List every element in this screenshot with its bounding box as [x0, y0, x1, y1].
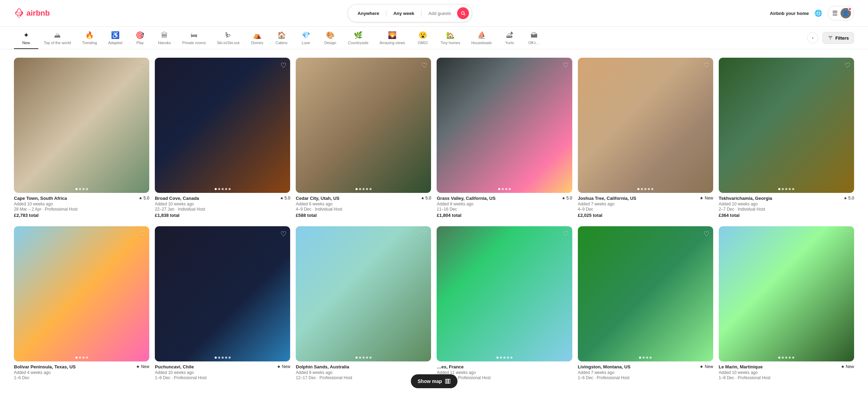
- listing-info: …es, France Added 11 weeks ago 5–10 Mar …: [437, 361, 572, 380]
- category-item-omg[interactable]: 😮 OMG!: [411, 27, 435, 49]
- wishlist-button[interactable]: ♡: [280, 61, 287, 70]
- listing-card[interactable]: ♡ Grass Valley, California, US ★ 5.0 Add…: [437, 58, 572, 218]
- category-item-off[interactable]: 🏔 Off-t…: [522, 27, 546, 49]
- listing-dates: 4–9 Dec: [578, 207, 713, 212]
- listing-image[interactable]: ♡: [437, 58, 572, 193]
- category-item-new[interactable]: ✦ New: [14, 27, 38, 49]
- wishlist-button[interactable]: ♡: [703, 61, 710, 70]
- listing-image[interactable]: ♡: [155, 58, 290, 193]
- dot: [218, 188, 220, 190]
- listing-image[interactable]: ♡: [14, 58, 149, 193]
- listing-photo: [437, 58, 572, 193]
- wishlist-button[interactable]: ♡: [844, 230, 851, 238]
- listing-grid-row2: ♡ Bolivar Peninsula, Texas, US ★ New Add…: [14, 226, 854, 380]
- show-map-button[interactable]: Show map: [411, 374, 457, 388]
- category-item-private-rooms[interactable]: 🛏 Private rooms: [177, 27, 212, 49]
- listing-image[interactable]: ♡: [578, 226, 713, 361]
- globe-icon[interactable]: 🌐: [814, 9, 822, 17]
- listing-location: Tskhvarichamia, Georgia: [719, 196, 844, 201]
- wishlist-button[interactable]: ♡: [563, 61, 569, 70]
- category-item-houseboats[interactable]: ⛵ Houseboats: [466, 27, 497, 49]
- wishlist-button[interactable]: ♡: [703, 230, 710, 238]
- dot: [86, 357, 88, 359]
- search-bar[interactable]: Anywhere | Any week | Add guests: [348, 4, 472, 22]
- dot: [363, 357, 365, 359]
- category-item-design[interactable]: 🎨 Design: [318, 27, 342, 49]
- dot: [778, 188, 780, 190]
- wishlist-button[interactable]: ♡: [280, 230, 287, 238]
- listing-image[interactable]: ♡: [437, 226, 572, 361]
- listing-image[interactable]: ♡: [578, 58, 713, 193]
- category-item-hanoks[interactable]: 🏛 Hanoks: [152, 27, 177, 49]
- star-icon: ★: [421, 196, 424, 201]
- category-item-trending[interactable]: 🔥 Trending: [77, 27, 103, 49]
- category-next-arrow[interactable]: ›: [807, 32, 818, 43]
- listing-image[interactable]: ♡: [14, 226, 149, 361]
- category-item-domes[interactable]: ⛺ Domes: [245, 27, 269, 49]
- listing-card[interactable]: ♡ Livingston, Montana, US ★ New Added 7 …: [578, 226, 713, 380]
- dot: [215, 357, 217, 359]
- listing-image[interactable]: ♡: [155, 226, 290, 361]
- category-label-luxe: Luxe: [302, 41, 310, 45]
- listing-dates: 2–7 Dec · Individual Host: [719, 207, 854, 212]
- listing-card[interactable]: ♡ Le Marin, Martinique ★ New Added 10 we…: [719, 226, 854, 380]
- search-button[interactable]: [457, 7, 469, 19]
- category-item-amazing-views[interactable]: 🌄 Amazing views: [374, 27, 411, 49]
- dot: [225, 188, 227, 190]
- listing-card[interactable]: ♡ Cape Town, South Africa ★ 5.0 Added 10…: [14, 58, 149, 218]
- listing-card[interactable]: ♡ Puchuncaví, Chile ★ New Added 10 weeks…: [155, 226, 290, 380]
- listing-card[interactable]: ♡ Dolphin Sands, Australia Added 9 weeks…: [296, 226, 431, 380]
- listing-card[interactable]: ♡ Cedar City, Utah, US ★ 5.0 Added 6 wee…: [296, 58, 431, 218]
- dot: [82, 357, 85, 359]
- airbnb-your-home-link[interactable]: Airbnb your home: [770, 11, 809, 16]
- dot: [778, 357, 780, 359]
- logo[interactable]: airbnb: [14, 8, 50, 18]
- listing-image[interactable]: ♡: [296, 226, 431, 361]
- listing-image[interactable]: ♡: [296, 58, 431, 193]
- category-item-countryside[interactable]: 🌿 Countryside: [342, 27, 374, 49]
- category-item-ski-in-out[interactable]: ⛷ Ski-in/Ski-out: [212, 27, 245, 49]
- category-item-play[interactable]: 🎯 Play: [128, 27, 152, 49]
- listing-title-row: Cape Town, South Africa ★ 5.0: [14, 196, 149, 201]
- dot: [356, 188, 358, 190]
- search-dates[interactable]: Any week: [391, 11, 417, 16]
- listing-card[interactable]: ♡ Bolivar Peninsula, Texas, US ★ New Add…: [14, 226, 149, 380]
- dot: [782, 188, 784, 190]
- listing-card[interactable]: ♡ …es, France Added 11 weeks ago 5–10 Ma…: [437, 226, 572, 380]
- category-item-cabins[interactable]: 🏠 Cabins: [269, 27, 294, 49]
- wishlist-button[interactable]: ♡: [421, 230, 428, 238]
- listing-image[interactable]: ♡: [719, 58, 854, 193]
- dot: [359, 188, 361, 190]
- category-item-top-of-world[interactable]: ⛰ Top of the world: [38, 27, 77, 49]
- listing-card[interactable]: ♡ Joshua Tree, California, US ★ New Adde…: [578, 58, 713, 218]
- category-item-luxe[interactable]: 💎 Luxe: [294, 27, 318, 49]
- listing-rating: ★ 5.0: [562, 196, 572, 201]
- listing-image[interactable]: ♡: [719, 226, 854, 361]
- wishlist-button[interactable]: ♡: [563, 230, 569, 238]
- category-icon-top-of-world: ⛰: [54, 32, 61, 39]
- listing-card[interactable]: ♡ Broad Cove, Canada ★ 5.0 Added 10 week…: [155, 58, 290, 218]
- search-location[interactable]: Anywhere: [355, 11, 382, 16]
- listing-rating: ★ 5.0: [844, 196, 854, 201]
- listing-location: Grass Valley, California, US: [437, 196, 562, 201]
- category-item-tiny-homes[interactable]: 🏡 Tiny homes: [435, 27, 465, 49]
- wishlist-button[interactable]: ♡: [844, 61, 851, 70]
- category-label-private-rooms: Private rooms: [182, 41, 206, 45]
- wishlist-button[interactable]: ♡: [140, 61, 146, 70]
- listing-location: Bolivar Peninsula, Texas, US: [14, 364, 136, 369]
- listing-new-badge: ★ New: [700, 196, 713, 201]
- dot: [505, 188, 507, 190]
- star-icon: ★: [844, 196, 847, 201]
- filters-button[interactable]: Filters: [822, 32, 854, 44]
- wishlist-button[interactable]: ♡: [140, 230, 146, 238]
- category-item-adapted[interactable]: ♿ Adapted: [103, 27, 128, 49]
- dot: [639, 357, 641, 359]
- wishlist-button[interactable]: ♡: [421, 61, 428, 70]
- listing-card[interactable]: ♡ Tskhvarichamia, Georgia ★ 5.0 Added 10…: [719, 58, 854, 218]
- image-dots: [75, 188, 88, 190]
- category-item-yurts[interactable]: 🏕 Yurts: [497, 27, 522, 49]
- user-menu[interactable]: ☰ 👤: [828, 6, 854, 21]
- svg-rect-6: [447, 379, 448, 383]
- listing-title-row: Cedar City, Utah, US ★ 5.0: [296, 196, 431, 201]
- search-guests[interactable]: Add guests: [425, 11, 454, 16]
